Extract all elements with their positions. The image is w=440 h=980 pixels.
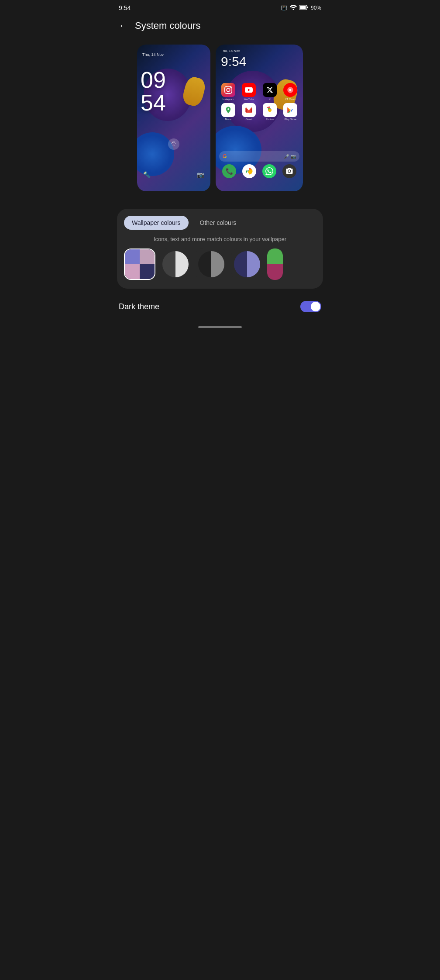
svg-point-5 bbox=[227, 108, 229, 110]
maps-label: Maps bbox=[225, 118, 231, 121]
dock-whatsapp[interactable] bbox=[262, 164, 276, 178]
svg-point-0 bbox=[292, 9, 294, 10]
app-x[interactable]: X bbox=[261, 83, 279, 100]
svg-point-4 bbox=[289, 89, 292, 91]
swatch-4[interactable] bbox=[231, 248, 263, 280]
google-g: G bbox=[223, 153, 227, 159]
app-maps[interactable]: Maps bbox=[219, 103, 237, 121]
header: ← System colours bbox=[110, 14, 330, 40]
home-time-large: 9:54 bbox=[221, 54, 246, 69]
maps-icon bbox=[221, 103, 235, 117]
app-ytmusic[interactable]: YT Music bbox=[282, 83, 300, 100]
playstore-icon bbox=[283, 103, 297, 117]
preview-section: Thu, 14 Nov 0954 🔦 📷 Thu, 14 Nov 9:54 bbox=[110, 40, 330, 204]
camera-shortcut-icon[interactable]: 📷 bbox=[197, 171, 204, 178]
vibrate-icon: 📳 bbox=[281, 5, 287, 11]
nav-bar bbox=[198, 326, 242, 328]
youtube-icon bbox=[242, 83, 256, 97]
lock-date: Thu, 14 Nov bbox=[142, 52, 164, 57]
wallpaper-colours-tab[interactable]: Wallpaper colours bbox=[124, 216, 189, 230]
color-tabs: Wallpaper colours Other colours bbox=[124, 216, 316, 230]
dark-theme-row: Dark theme bbox=[110, 293, 330, 319]
status-right: 📳 90% bbox=[281, 5, 321, 11]
photos-label: Photos bbox=[265, 118, 274, 121]
color-description: Icons, text and more match colours in yo… bbox=[124, 236, 316, 242]
lock-bottom-icons: 🔦 📷 bbox=[137, 171, 210, 178]
app-grid: Instagram YouTube X bbox=[219, 83, 299, 121]
toggle-knob bbox=[311, 302, 320, 311]
ytmusic-icon bbox=[283, 83, 297, 97]
app-instagram[interactable]: Instagram bbox=[219, 83, 237, 100]
app-youtube[interactable]: YouTube bbox=[240, 83, 258, 100]
ytmusic-label: YT Music bbox=[285, 98, 296, 100]
home-date-small: Thu, 14 Nov bbox=[221, 49, 240, 53]
bottom-indicator bbox=[110, 319, 330, 332]
dock: 📞 bbox=[219, 164, 299, 178]
lock-fingerprint[interactable] bbox=[168, 138, 179, 150]
page-title: System colours bbox=[135, 20, 200, 31]
lock-time: 0954 bbox=[141, 69, 166, 114]
instagram-label: Instagram bbox=[222, 98, 234, 100]
home-search[interactable]: G 🎤 📷 bbox=[219, 151, 299, 162]
app-photos[interactable]: Photos bbox=[261, 103, 279, 121]
playstore-label: Play Store bbox=[284, 118, 296, 121]
color-section: Wallpaper colours Other colours Icons, t… bbox=[117, 209, 323, 289]
app-playstore[interactable]: Play Store bbox=[282, 103, 300, 121]
search-icons: 🎤 📷 bbox=[284, 154, 296, 159]
swatch-5[interactable] bbox=[267, 248, 283, 280]
dock-camera[interactable] bbox=[282, 164, 296, 178]
svg-rect-3 bbox=[300, 6, 306, 9]
status-time: 9:54 bbox=[119, 4, 131, 11]
dock-phone[interactable]: 📞 bbox=[222, 164, 236, 178]
youtube-label: YouTube bbox=[244, 98, 254, 100]
flashlight-icon[interactable]: 🔦 bbox=[143, 171, 151, 178]
instagram-icon bbox=[221, 83, 235, 97]
app-gmail[interactable]: Gmail bbox=[240, 103, 258, 121]
gmail-label: Gmail bbox=[245, 118, 252, 121]
photos-icon bbox=[263, 103, 277, 117]
swatch-1[interactable] bbox=[124, 248, 155, 280]
swatch-3[interactable] bbox=[196, 248, 227, 280]
back-button[interactable]: ← bbox=[119, 20, 128, 31]
dark-theme-toggle[interactable] bbox=[300, 301, 321, 312]
home-screen-preview: Thu, 14 Nov 9:54 Instagram YouTube bbox=[216, 45, 303, 191]
other-colours-tab[interactable]: Other colours bbox=[192, 216, 244, 230]
lock-screen-preview: Thu, 14 Nov 0954 🔦 📷 bbox=[137, 45, 210, 191]
swatch-2[interactable] bbox=[160, 248, 191, 280]
dock-chrome[interactable] bbox=[242, 164, 256, 178]
gmail-icon bbox=[242, 103, 256, 117]
dark-theme-label: Dark theme bbox=[119, 302, 159, 311]
wifi-icon bbox=[290, 5, 297, 11]
x-icon bbox=[263, 83, 277, 97]
battery-percent: 90% bbox=[311, 5, 321, 11]
color-swatches bbox=[124, 248, 316, 282]
battery-icon bbox=[299, 5, 308, 11]
status-bar: 9:54 📳 90% bbox=[110, 0, 330, 14]
svg-rect-2 bbox=[307, 7, 308, 8]
x-label: X bbox=[269, 98, 271, 100]
